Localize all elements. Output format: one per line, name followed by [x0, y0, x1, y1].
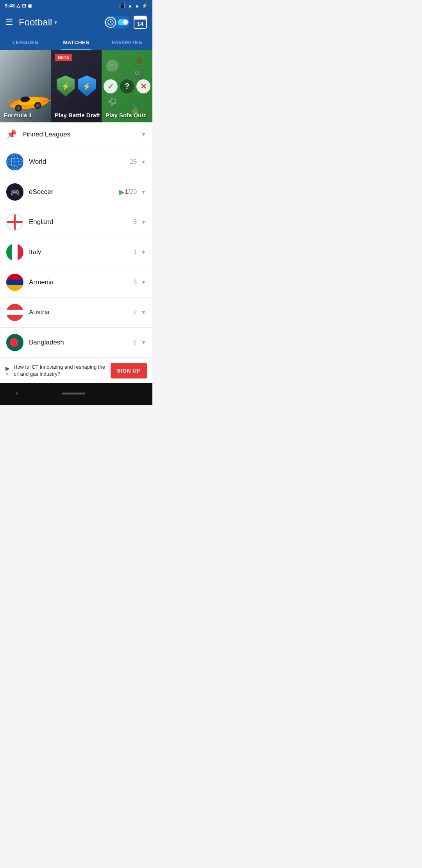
esoccer-item-name: eSoccer	[29, 188, 117, 196]
header-right: 14	[104, 16, 147, 29]
england-item-name: England	[29, 218, 133, 226]
pin-icon: 📌	[6, 129, 17, 140]
list-item[interactable]: Austria 2 ▼	[0, 298, 152, 328]
chevron-down-icon: ▼	[141, 249, 146, 255]
status-time: 9:48 △ ⊡ ◉	[5, 3, 32, 9]
signal-icon: ▲	[134, 3, 139, 9]
list-item[interactable]: 🎮 eSoccer ▶ 1/20 ▼	[0, 177, 152, 207]
photos-icon: ⊡	[22, 3, 26, 9]
tab-matches[interactable]: MATCHES	[51, 34, 102, 50]
battle-shields: ⚡ ⚡	[56, 75, 97, 98]
vibrate-icon: 📳	[119, 3, 125, 9]
ad-play-icon: ▶ ✕	[5, 365, 10, 377]
live-toggle[interactable]	[104, 16, 130, 29]
chevron-down-icon: ▼	[141, 309, 146, 316]
list-item[interactable]: Italy 1 ▼	[0, 237, 152, 267]
bangladesh-item-count: 2	[133, 339, 137, 346]
sofa-quiz-label: Play Sofa Quiz	[106, 112, 146, 118]
sofa-quiz-card[interactable]: 🏐 🎱 ⚽ 🏅 🥊 ✓ ? ✕ Play Sofa Quiz	[102, 50, 152, 122]
formula1-card[interactable]: Formula 1	[0, 50, 51, 122]
time-display: 9:48	[5, 3, 15, 9]
header-left: ☰ Football ▾	[5, 17, 57, 28]
world-flag-icon	[6, 153, 23, 170]
pinned-label: Pinned Leagues	[22, 131, 141, 138]
world-item-count: 25	[130, 158, 137, 165]
italy-item-name: Italy	[29, 248, 133, 256]
bangladesh-flag-icon	[6, 334, 23, 351]
clock-icon	[105, 17, 116, 28]
drive-icon: △	[16, 3, 20, 9]
svg-text:🎮: 🎮	[10, 188, 20, 197]
dropdown-arrow-icon: ▾	[54, 19, 57, 25]
sport-title: Football	[19, 17, 52, 28]
chevron-down-icon: ▼	[141, 219, 146, 225]
svg-text:🥊: 🥊	[135, 57, 144, 66]
calendar-button[interactable]: 14	[134, 16, 147, 29]
nav-bar: ‹	[0, 383, 152, 405]
ad-text: How is ICT innovating and reshaping the …	[14, 364, 107, 378]
battle-draft-card[interactable]: BETA ⚡	[51, 50, 102, 122]
beta-badge: BETA	[55, 54, 72, 61]
tab-favorites[interactable]: FAVORITES	[102, 34, 152, 50]
home-indicator[interactable]	[62, 393, 85, 395]
chevron-down-icon: ▼	[141, 279, 146, 285]
live-play-icon: ▶	[119, 188, 125, 196]
battery-icon: ⚡	[141, 3, 148, 9]
list-item[interactable]: Bangladesh 2 ▼	[0, 328, 152, 358]
featured-cards: Formula 1 BETA ⚡	[0, 50, 152, 122]
sport-selector[interactable]: Football ▾	[19, 17, 57, 28]
chevron-down-icon: ▼	[141, 339, 146, 346]
toggle-switch[interactable]	[118, 19, 129, 25]
svg-text:🏐: 🏐	[106, 59, 119, 72]
ad-banner: ▶ ✕ How is ICT innovating and reshaping …	[0, 358, 152, 383]
england-item-count: 8	[133, 219, 137, 226]
austria-item-name: Austria	[29, 308, 133, 316]
tab-leagues[interactable]: LEAGUES	[0, 34, 51, 50]
signup-button[interactable]: SIGN UP	[111, 363, 147, 378]
svg-text:⚡: ⚡	[61, 82, 70, 91]
formula1-label: Formula 1	[4, 112, 32, 118]
armenia-item-count: 3	[133, 279, 137, 286]
back-button[interactable]: ‹	[16, 388, 18, 398]
bangladesh-item-name: Bangladesh	[29, 339, 133, 346]
armenia-item-name: Armenia	[29, 278, 133, 286]
status-indicators: 📳 ▲ ▲ ⚡	[119, 3, 148, 9]
tab-bar: LEAGUES MATCHES FAVORITES	[0, 34, 152, 50]
app-header: ☰ Football ▾ 14	[0, 11, 152, 34]
italy-item-count: 1	[133, 249, 137, 256]
menu-button[interactable]: ☰	[5, 17, 13, 27]
list-item[interactable]: World 25 ▼	[0, 147, 152, 177]
armenia-flag-icon	[6, 274, 23, 291]
wifi-icon: ▲	[127, 3, 132, 9]
chevron-down-icon: ▼	[141, 159, 146, 165]
at-icon: ◉	[28, 3, 32, 9]
svg-text:⚡: ⚡	[82, 82, 91, 91]
austria-flag-icon	[6, 304, 23, 321]
battle-draft-label: Play Battle Draft	[55, 112, 100, 118]
list-item[interactable]: Armenia 3 ▼	[0, 267, 152, 298]
svg-text:⚽: ⚽	[107, 97, 117, 107]
italy-flag-icon	[6, 244, 23, 261]
chevron-down-icon: ▼	[141, 131, 146, 138]
list-item[interactable]: England 8 ▼	[0, 207, 152, 237]
esoccer-flag-icon: 🎮	[6, 183, 23, 201]
status-bar: 9:48 △ ⊡ ◉ 📳 ▲ ▲ ⚡	[0, 0, 152, 11]
svg-text:🎱: 🎱	[133, 69, 144, 80]
chevron-down-icon: ▼	[141, 189, 146, 195]
leagues-list: 📌 Pinned Leagues ▼ World 25 ▼ 🎮 eSoccer	[0, 122, 152, 358]
world-item-name: World	[29, 158, 130, 166]
austria-item-count: 2	[133, 309, 137, 316]
esoccer-item-count: 1/20	[125, 188, 137, 195]
svg-line-2	[111, 22, 112, 23]
pinned-leagues-item[interactable]: 📌 Pinned Leagues ▼	[0, 122, 152, 147]
england-flag-icon	[6, 213, 23, 231]
